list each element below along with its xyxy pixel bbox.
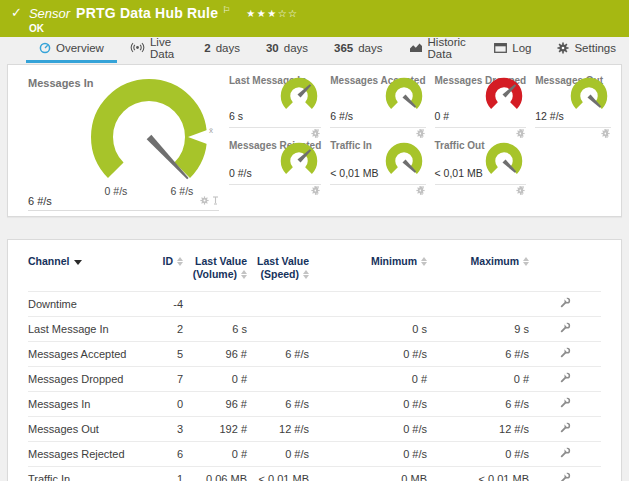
gauge-value: 6 s — [229, 110, 243, 122]
column-header-last-value-speed-[interactable]: Last Value (Speed) — [247, 240, 309, 292]
status-ok-check-icon: ✓ — [11, 5, 22, 37]
gauge-value: < 0,01 MB — [435, 167, 483, 179]
sort-icon — [177, 257, 183, 266]
last-message-in-gauge — [275, 76, 321, 118]
row-actions-cell — [529, 292, 601, 317]
channel-name[interactable]: Messages Dropped — [28, 367, 143, 392]
traffic-out-gauge — [480, 141, 526, 183]
tab-2-days[interactable]: 2days — [191, 37, 253, 63]
gear-icon[interactable] — [200, 195, 209, 207]
channel-settings-wrench-icon[interactable] — [559, 422, 571, 436]
cell-value: 96 # — [183, 342, 247, 367]
gauges-panel: Messages In 0 #/s 6 #/s x̄ 6 #/s Last Me… — [7, 64, 622, 217]
table-row: Traffic In10,06 MB< 0,01 MB0 MB< 0,01 MB — [28, 467, 601, 481]
cell-value: 0 MB — [309, 467, 427, 481]
tab-30-days[interactable]: 30days — [253, 37, 321, 63]
column-header-maximum[interactable]: Maximum — [427, 240, 529, 292]
cell-value: 0 #/s — [309, 342, 427, 367]
gauge-panel-messages-dropped[interactable]: Messages Dropped0 # — [435, 71, 527, 128]
cell-value: 3 — [143, 417, 183, 442]
table-row: Last Message In26 s0 s9 s — [28, 317, 601, 342]
channel-settings-wrench-icon[interactable] — [559, 397, 571, 411]
gauge-value: 12 #/s — [535, 110, 564, 122]
cell-value: 6 s — [183, 317, 247, 342]
column-label: Last Value (Volume) — [193, 255, 247, 280]
column-header-last-value-volume-[interactable]: Last Value (Volume) — [183, 240, 247, 292]
sort-icon — [421, 257, 427, 266]
priority-stars[interactable]: ★★★☆☆ — [246, 8, 298, 19]
cell-value: 0 # — [309, 367, 427, 392]
row-actions-cell — [529, 442, 601, 467]
traffic-in-gauge — [380, 141, 426, 183]
channel-settings-wrench-icon[interactable] — [559, 472, 571, 481]
gauge-panel-traffic-out[interactable]: Traffic Out< 0,01 MB — [435, 136, 527, 185]
cell-value: 0 #/s — [309, 442, 427, 467]
gauge-panel-messages-accepted[interactable]: Messages Accepted6 #/s — [330, 71, 425, 128]
tab-bar: OverviewLive Data2days30days365daysHisto… — [0, 37, 629, 63]
cell-value: 6 #/s — [247, 392, 309, 417]
live-icon — [130, 42, 145, 53]
cell-value: 6 #/s — [247, 342, 309, 367]
channel-name[interactable]: Last Message In — [28, 317, 143, 342]
main-gauge-panel-messages-in[interactable]: Messages In 0 #/s 6 #/s x̄ 6 #/s — [8, 65, 227, 216]
prtg-sensor-page: ✓ Sensor PRTG Data Hub Rule ⚐ ★★★☆☆ OK O… — [0, 0, 629, 481]
cell-value: 5 — [143, 342, 183, 367]
empty-gauge-slot — [535, 136, 611, 185]
small-gauges-grid: Last Message In6 sMessages Accepted6 #/s… — [229, 71, 611, 185]
cell-value: 0 # — [183, 367, 247, 392]
row-actions-cell — [529, 367, 601, 392]
table-header-row: ChannelIDLast Value (Volume)Last Value (… — [28, 240, 601, 292]
cell-value: 9 s — [427, 317, 529, 342]
channel-name[interactable]: Messages In — [28, 392, 143, 417]
table-row: Messages Dropped70 #0 #0 # — [28, 367, 601, 392]
gauge-panel-messages-out[interactable]: Messages Out12 #/s — [535, 71, 611, 128]
channel-name[interactable]: Messages Accepted — [28, 342, 143, 367]
channel-settings-wrench-icon[interactable] — [559, 347, 571, 361]
object-kind-label: Sensor — [29, 6, 70, 21]
sensor-titlebar: ✓ Sensor PRTG Data Hub Rule ⚐ ★★★☆☆ OK — [0, 0, 629, 37]
tab-label: Settings — [574, 42, 616, 54]
column-header-channel[interactable]: Channel — [28, 240, 143, 292]
row-actions-cell — [529, 342, 601, 367]
channel-settings-wrench-icon[interactable] — [559, 447, 571, 461]
row-actions-cell — [529, 417, 601, 442]
cell-value: 0 #/s — [309, 417, 427, 442]
cell-value: 0 — [143, 392, 183, 417]
channel-settings-wrench-icon[interactable] — [559, 372, 571, 386]
tab-historic-data[interactable]: Historic Data — [396, 37, 482, 63]
column-header-minimum[interactable]: Minimum — [309, 240, 427, 292]
table-row: Downtime-4 — [28, 292, 601, 317]
channel-table-panel: ChannelIDLast Value (Volume)Last Value (… — [7, 239, 622, 481]
gear-icon — [557, 42, 569, 54]
favorite-flag-icon[interactable]: ⚐ — [222, 5, 230, 15]
pin-icon[interactable] — [212, 195, 219, 207]
table-row: Messages Accepted596 #6 #/s0 #/s6 #/s — [28, 342, 601, 367]
gauge-panel-traffic-in[interactable]: Traffic In< 0,01 MB — [330, 136, 425, 185]
tab-log[interactable]: Log — [481, 37, 544, 63]
tab-settings[interactable]: Settings — [544, 37, 629, 63]
channel-name[interactable]: Downtime — [28, 292, 143, 317]
tab-label: days — [284, 42, 308, 54]
tab-365-days[interactable]: 365days — [321, 37, 395, 63]
cell-value: < 0,01 MB — [427, 467, 529, 481]
tab-overview[interactable]: Overview — [26, 37, 117, 63]
channel-name[interactable]: Messages Out — [28, 417, 143, 442]
cell-value: 7 — [143, 367, 183, 392]
tab-label: days — [216, 42, 240, 54]
sort-desc-icon — [74, 260, 82, 265]
channel-name[interactable]: Messages Rejected — [28, 442, 143, 467]
column-header-id[interactable]: ID — [143, 240, 183, 292]
channel-settings-wrench-icon[interactable] — [559, 322, 571, 336]
gauge-panel-last-message-in[interactable]: Last Message In6 s — [229, 71, 321, 128]
column-label: Last Value (Speed) — [257, 255, 309, 280]
tab-number: 365 — [334, 42, 353, 54]
historic-icon — [409, 42, 423, 53]
messages-accepted-gauge — [380, 76, 426, 118]
cell-value — [247, 292, 309, 317]
tab-label: days — [358, 42, 382, 54]
tab-live-data[interactable]: Live Data — [117, 37, 191, 63]
gauge-panel-messages-rejected[interactable]: Messages Rejected0 #/s — [229, 136, 321, 185]
channel-settings-wrench-icon[interactable] — [559, 297, 571, 311]
channel-name[interactable]: Traffic In — [28, 467, 143, 481]
column-label: Minimum — [371, 255, 417, 267]
